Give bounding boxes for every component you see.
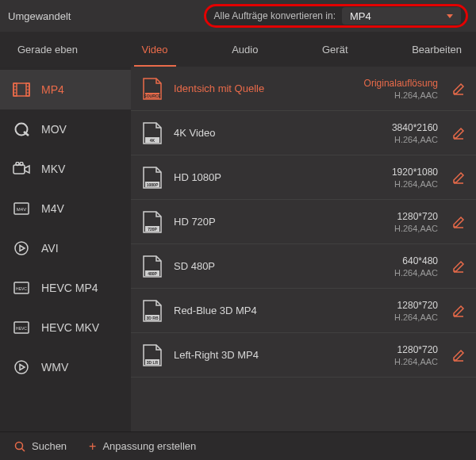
preset-thumb-icon: SOURCE — [140, 77, 164, 101]
svg-text:HEVC: HEVC — [16, 286, 27, 291]
edit-icon — [452, 171, 465, 184]
edit-icon — [452, 82, 465, 95]
preset-resolution: 1920*1080 — [392, 167, 438, 178]
preset-name: Red-Blue 3D MP4 — [174, 305, 341, 316]
window-title: Umgewandelt — [8, 10, 71, 22]
preset-codec: H.264,AAC — [394, 135, 438, 144]
preset-row[interactable]: 1080PHD 1080P1920*1080H.264,AAC — [131, 155, 476, 200]
edit-icon — [452, 216, 465, 228]
edit-preset-button[interactable] — [451, 303, 466, 319]
svg-text:480P: 480P — [148, 270, 157, 275]
sidebar-item-label: HEVC MP4 — [41, 282, 98, 294]
sidebar-item-label: MKV — [41, 163, 65, 175]
preset-thumb-icon: 1080P — [140, 166, 164, 190]
category-tabs: Gerade eben Video Audio Gerät Bearbeiten — [0, 32, 476, 67]
preset-row[interactable]: SOURCEIdentsich mit QuelleOriginalauflös… — [131, 67, 476, 111]
sidebar-item-label: MP4 — [41, 83, 64, 96]
edit-icon — [452, 127, 465, 140]
sidebar-item-m4v[interactable]: M4V M4V — [0, 189, 131, 228]
sidebar-item-hevc-mp4[interactable]: HEVC HEVC MP4 — [0, 268, 131, 308]
preset-meta: 1920*1080H.264,AAC — [351, 167, 438, 189]
preset-meta: 1280*720H.264,AAC — [351, 344, 438, 366]
preset-name: HD 1080P — [174, 171, 341, 183]
preset-name: 4K Video — [174, 127, 341, 139]
sidebar-item-label: MOV — [41, 123, 67, 136]
svg-text:HEVC: HEVC — [16, 326, 27, 331]
plus-icon: + — [89, 440, 96, 453]
preset-resolution: 640*480 — [402, 255, 438, 266]
sidebar-item-mkv[interactable]: MKV — [0, 149, 131, 189]
convert-all-dropdown[interactable]: MP4 — [342, 7, 461, 25]
tab-edit[interactable]: Bearbeiten — [409, 32, 465, 67]
preset-meta: OriginalauflösungH.264,AAC — [351, 78, 438, 100]
preset-meta: 640*480H.264,AAC — [351, 255, 438, 278]
preset-meta: 3840*2160H.264,AAC — [351, 122, 438, 144]
sidebar-item-label: M4V — [41, 202, 64, 215]
tab-audio[interactable]: Audio — [228, 32, 261, 67]
preset-list: SOURCEIdentsich mit QuelleOriginalauflös… — [131, 67, 476, 431]
search-label: Suchen — [32, 440, 67, 452]
svg-text:SOURCE: SOURCE — [144, 93, 161, 98]
edit-preset-button[interactable] — [451, 170, 466, 186]
hevc-icon: HEVC — [13, 320, 30, 335]
create-custom-button[interactable]: + Anpassung erstellen — [89, 440, 196, 453]
preset-codec: H.264,AAC — [394, 357, 438, 366]
quicktime-icon — [13, 122, 30, 136]
edit-icon — [452, 305, 465, 317]
preset-name: Identsich mit Quelle — [174, 82, 341, 94]
preset-resolution: 3840*2160 — [392, 122, 438, 133]
edit-preset-button[interactable] — [451, 259, 466, 274]
preset-name: Left-Right 3D MP4 — [174, 349, 341, 361]
format-sidebar: MP4 MOV MKV M4V M4V AVI HEVC HEVC MP4 HE… — [0, 67, 131, 431]
preset-row[interactable]: 4K4K Video3840*2160H.264,AAC — [131, 111, 476, 155]
convert-all-highlight: Alle Aufträge konvertieren in: MP4 — [204, 4, 468, 28]
m4v-icon: M4V — [13, 201, 30, 216]
hevc-icon: HEVC — [13, 281, 30, 295]
preset-thumb-icon: 720P — [140, 210, 164, 234]
convert-all-label: Alle Aufträge konvertieren in: — [214, 10, 336, 21]
edit-preset-button[interactable] — [451, 347, 466, 363]
edit-preset-button[interactable] — [451, 125, 466, 141]
preset-codec: H.264,AAC — [394, 224, 438, 233]
preset-resolution: Originalauflösung — [364, 78, 438, 89]
svg-text:3D LR: 3D LR — [147, 359, 159, 364]
preset-thumb-icon: 4K — [140, 121, 164, 145]
preset-codec: H.264,AAC — [394, 179, 438, 189]
sidebar-item-wmv[interactable]: WMV — [0, 347, 131, 387]
preset-row[interactable]: 3D RBRed-Blue 3D MP41280*720H.264,AAC — [131, 289, 476, 333]
sidebar-item-hevc-mkv[interactable]: HEVC HEVC MKV — [0, 308, 131, 347]
convert-all-value: MP4 — [350, 10, 371, 22]
edit-icon — [452, 349, 465, 362]
search-icon — [14, 441, 25, 452]
svg-text:3D RB: 3D RB — [146, 315, 158, 320]
tab-device[interactable]: Gerät — [319, 32, 351, 67]
edit-preset-button[interactable] — [451, 81, 466, 97]
create-custom-label: Anpassung erstellen — [102, 440, 196, 452]
bottom-bar: Suchen + Anpassung erstellen — [0, 431, 476, 460]
preset-codec: H.264,AAC — [394, 312, 438, 322]
edit-icon — [452, 260, 465, 273]
sidebar-item-label: WMV — [41, 361, 68, 374]
edit-preset-button[interactable] — [451, 214, 466, 230]
preset-row[interactable]: 720PHD 720P1280*720H.264,AAC — [131, 200, 476, 244]
tab-recent[interactable]: Gerade eben — [14, 32, 81, 67]
preset-thumb-icon: 480P — [140, 255, 164, 278]
preset-resolution: 1280*720 — [397, 211, 438, 222]
preset-name: HD 720P — [174, 216, 341, 228]
preset-row[interactable]: 3D LRLeft-Right 3D MP41280*720H.264,AAC — [131, 333, 476, 378]
tab-video[interactable]: Video — [139, 32, 171, 67]
preset-name: SD 480P — [174, 260, 341, 272]
sidebar-item-avi[interactable]: AVI — [0, 228, 131, 268]
search-button[interactable]: Suchen — [14, 440, 67, 452]
preset-thumb-icon: 3D LR — [140, 343, 164, 367]
film-icon — [13, 82, 30, 97]
sidebar-item-mp4[interactable]: MP4 — [0, 70, 131, 109]
preset-row[interactable]: 480PSD 480P640*480H.264,AAC — [131, 244, 476, 289]
camera-icon — [13, 162, 30, 176]
preset-meta: 1280*720H.264,AAC — [351, 211, 438, 233]
sidebar-item-mov[interactable]: MOV — [0, 109, 131, 149]
svg-text:720P: 720P — [148, 226, 157, 231]
chevron-down-icon — [447, 14, 453, 18]
top-bar: Umgewandelt Alle Aufträge konvertieren i… — [0, 0, 476, 32]
svg-text:4K: 4K — [150, 137, 155, 142]
